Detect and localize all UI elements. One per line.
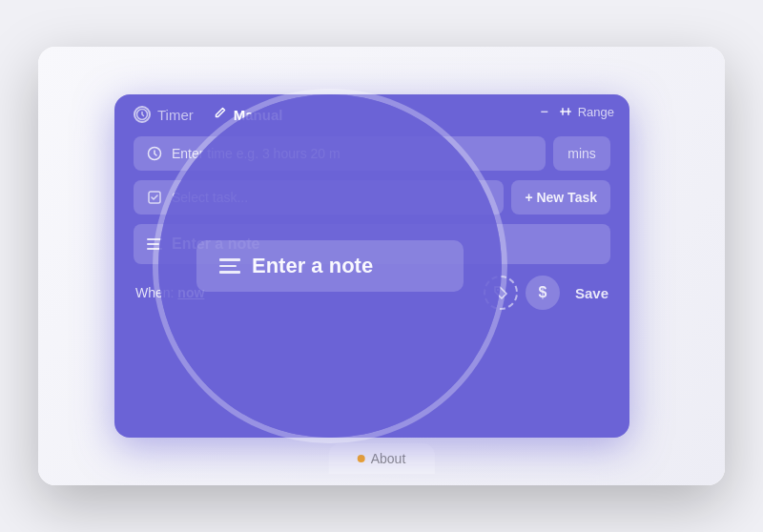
top-right-controls: − Range — [541, 104, 615, 119]
about-tab[interactable]: About — [329, 443, 435, 474]
svg-rect-1 — [560, 111, 571, 113]
magnifier-content: Enter a note — [158, 94, 502, 438]
about-label: About — [371, 451, 406, 466]
magnifier-circle: Enter a note — [158, 94, 502, 438]
zoomed-note-text: Enter a note — [252, 254, 373, 278]
minimize-button[interactable]: − — [541, 104, 548, 119]
range-area: Range — [558, 104, 614, 119]
bottom-right-actions: $ Save — [484, 276, 608, 310]
about-dot — [358, 455, 365, 462]
new-task-button[interactable]: + New Task — [511, 180, 610, 215]
zoomed-lines-icon — [219, 258, 240, 274]
billing-button[interactable]: $ — [526, 276, 560, 310]
save-button[interactable]: Save — [575, 285, 608, 301]
range-icon — [558, 104, 573, 119]
mins-box: mins — [553, 136, 610, 171]
svg-rect-2 — [562, 108, 564, 115]
timer-circle-icon — [134, 106, 151, 123]
screen-wrapper: Timer Manual − — [38, 47, 725, 485]
range-label: Range — [578, 105, 614, 119]
svg-rect-3 — [567, 108, 569, 115]
zoomed-note-field: Enter a note — [196, 240, 464, 292]
